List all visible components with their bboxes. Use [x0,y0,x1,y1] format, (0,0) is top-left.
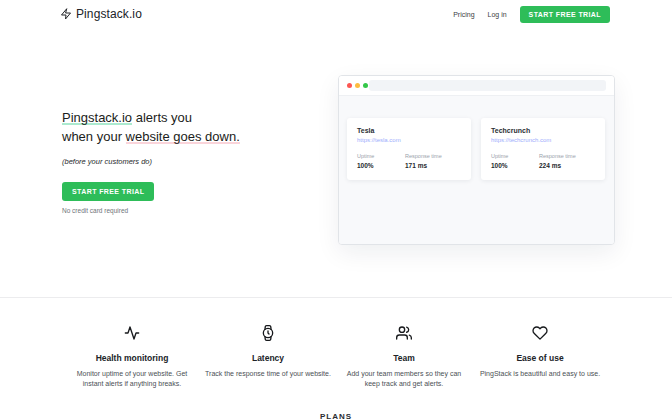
hero-section: Pingstack.io alerts youwhen your website… [62,108,342,214]
header: Pingstack.io Pricing Log in START FREE T… [0,0,672,28]
browser-mockup: Tesla https://tesla.com Uptime 100% Resp… [338,75,615,245]
hero-heading: Pingstack.io alerts youwhen your website… [62,108,342,146]
uptime-stat: Uptime 100% [491,153,539,169]
site-name: Techcrunch [491,127,595,134]
site-url: https://techcrunch.com [491,137,595,143]
feature-title: Team [336,353,472,363]
nav-pricing-link[interactable]: Pricing [453,11,474,18]
heart-icon [532,325,548,341]
activity-icon [124,325,140,341]
feature-description: Monitor uptime of your website. Get inst… [64,369,200,389]
zap-icon [60,8,72,20]
section-divider [0,297,672,298]
window-close-dot [347,83,352,88]
plans-section-label: PLANS [0,412,672,420]
browser-titlebar [339,76,614,96]
hero-highlight-down: website goes down. [126,129,240,144]
feature-description: Track the response time of your website. [200,369,336,379]
no-credit-card-note: No credit card required [62,207,342,214]
uptime-stat: Uptime 100% [357,153,405,169]
window-controls [347,83,368,88]
watch-icon [260,325,276,341]
users-icon [396,325,412,341]
nav-login-link[interactable]: Log in [488,11,507,18]
header-nav: Pricing Log in START FREE TRIAL [453,6,610,23]
feature-latency: Latency Track the response time of your … [200,325,336,389]
window-zoom-dot [363,83,368,88]
brand-logo[interactable]: Pingstack.io [60,7,142,21]
feature-team: Team Add your team members so they can k… [336,325,472,389]
hero-heading-prefix: when your [62,129,126,144]
response-time-stat: Response time 224 ms [539,153,576,169]
address-bar [369,80,606,91]
hero-heading-rest: alerts you [132,110,192,125]
window-minimize-dot [355,83,360,88]
feature-description: PingStack is beautiful and easy to use. [472,369,608,379]
hero-subheading: (before your customers do) [62,157,342,166]
hero-highlight-brand: Pingstack.io [62,110,132,125]
site-card: Techcrunch https://techcrunch.com Uptime… [481,118,605,180]
features-section: Health monitoring Monitor uptime of your… [64,325,608,389]
hero-start-trial-button[interactable]: START FREE TRIAL [62,182,154,201]
site-name: Tesla [357,127,461,134]
brand-name: Pingstack.io [76,7,142,21]
feature-title: Health monitoring [64,353,200,363]
site-card: Tesla https://tesla.com Uptime 100% Resp… [347,118,471,180]
header-start-trial-button[interactable]: START FREE TRIAL [520,6,610,23]
feature-health-monitoring: Health monitoring Monitor uptime of your… [64,325,200,389]
feature-title: Ease of use [472,353,608,363]
response-time-stat: Response time 171 ms [405,153,442,169]
browser-content: Tesla https://tesla.com Uptime 100% Resp… [339,96,614,244]
site-url: https://tesla.com [357,137,461,143]
feature-ease-of-use: Ease of use PingStack is beautiful and e… [472,325,608,389]
feature-description: Add your team members so they can keep t… [336,369,472,389]
feature-title: Latency [200,353,336,363]
